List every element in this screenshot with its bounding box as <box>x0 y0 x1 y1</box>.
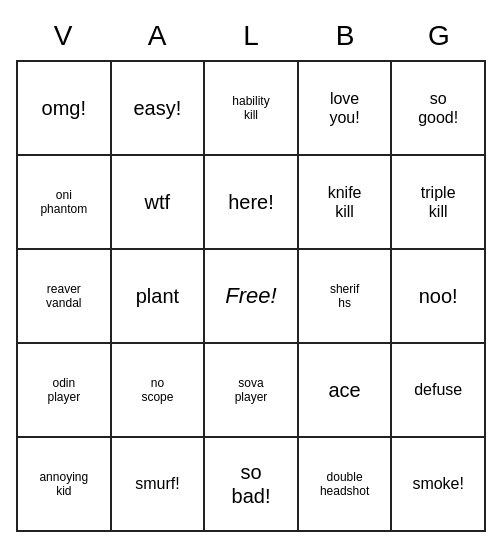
bingo-cell: smurf! <box>112 438 206 532</box>
bingo-cell: odinplayer <box>18 344 112 438</box>
bingo-cell: noscope <box>112 344 206 438</box>
header-cell: B <box>298 12 392 60</box>
bingo-cell: knifekill <box>299 156 393 250</box>
bingo-header: VALBG <box>16 12 486 60</box>
header-cell: A <box>110 12 204 60</box>
bingo-card: VALBG omg!easy!habilitykillloveyou!sogoo… <box>16 12 486 532</box>
bingo-cell: defuse <box>392 344 486 438</box>
bingo-cell: sovaplayer <box>205 344 299 438</box>
bingo-cell: loveyou! <box>299 62 393 156</box>
bingo-cell: reavervandal <box>18 250 112 344</box>
bingo-cell: omg! <box>18 62 112 156</box>
bingo-cell: wtf <box>112 156 206 250</box>
bingo-cell: habilitykill <box>205 62 299 156</box>
header-cell: L <box>204 12 298 60</box>
header-cell: G <box>392 12 486 60</box>
bingo-cell: sobad! <box>205 438 299 532</box>
bingo-cell: oniphantom <box>18 156 112 250</box>
header-cell: V <box>16 12 110 60</box>
bingo-cell: doubleheadshot <box>299 438 393 532</box>
bingo-grid: omg!easy!habilitykillloveyou!sogood!onip… <box>16 60 486 532</box>
bingo-cell: triplekill <box>392 156 486 250</box>
bingo-cell: here! <box>205 156 299 250</box>
bingo-cell: ace <box>299 344 393 438</box>
bingo-cell: smoke! <box>392 438 486 532</box>
bingo-cell: noo! <box>392 250 486 344</box>
bingo-cell: annoyingkid <box>18 438 112 532</box>
bingo-cell: easy! <box>112 62 206 156</box>
bingo-cell: sherifhs <box>299 250 393 344</box>
bingo-cell: plant <box>112 250 206 344</box>
bingo-cell: sogood! <box>392 62 486 156</box>
bingo-cell: Free! <box>205 250 299 344</box>
